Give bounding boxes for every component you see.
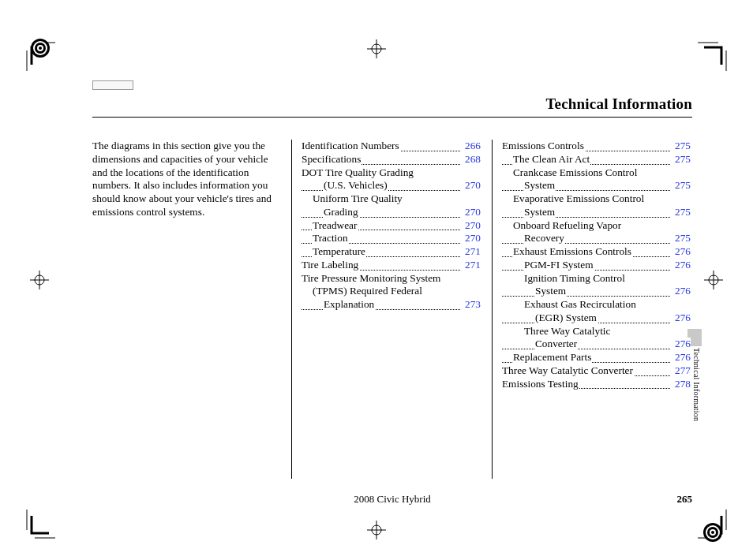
intro-text: The diagrams in this section give you th… (92, 140, 280, 479)
toc-entry: Identification Numbers266 (302, 140, 481, 153)
toc-entry-label: Tire Pressure Monitoring System (302, 272, 441, 284)
crop-mark-icon (21, 510, 55, 544)
toc-page-link[interactable]: 278 (673, 378, 691, 391)
toc-entry-label: Specifications (302, 153, 362, 165)
toc-entry: Tire Pressure Monitoring System (302, 272, 481, 286)
toc-page-link[interactable]: 273 (463, 298, 481, 312)
toc-page-link[interactable]: 271 (463, 245, 481, 259)
toc-entry: Replacement Parts276 (502, 351, 691, 364)
toc-entry: Temperature271 (302, 245, 481, 259)
toc-page-link[interactable]: 275 (673, 179, 691, 192)
toc-entry: Recovery275 (502, 232, 691, 245)
toc-entry: Crankcase Emissions Control (502, 166, 691, 180)
toc-entry-label: (TPMS) Required Federal (313, 285, 423, 297)
toc-entry: Exhaust Emissions Controls276 (502, 245, 691, 259)
toc-entry-label: Three Way Catalytic Converter (502, 364, 634, 376)
toc-entry-label: Crankcase Emissions Control (513, 166, 638, 178)
toc-entry: Emissions Controls275 (502, 140, 691, 153)
toc-entry: DOT Tire Quality Grading (302, 166, 481, 180)
toc-entry: Converter276 (502, 338, 691, 351)
toc-entry-label: System (524, 206, 556, 218)
toc-page-link[interactable]: 276 (673, 312, 691, 325)
toc-entry-label: Three Way Catalytic (524, 325, 611, 337)
toc-page-link[interactable]: 270 (463, 179, 481, 192)
toc-entry-label: System (535, 285, 567, 297)
toc-page-link[interactable]: 266 (463, 140, 481, 153)
toc-entry-label: Identification Numbers (302, 140, 400, 151)
toc-page-link[interactable]: 275 (673, 206, 691, 219)
toc-leader-dots (502, 349, 670, 349)
toc-entry: Tire Labeling271 (302, 259, 481, 272)
toc-entry: PGM-FI System276 (502, 259, 691, 272)
cross-mark-icon (367, 521, 386, 539)
toc-page-link[interactable]: 271 (463, 259, 481, 272)
toc-entry: Uniform Tire Quality (302, 192, 481, 206)
registration-mark-icon (701, 521, 725, 544)
toc-entry: Evaporative Emissions Control (502, 192, 691, 206)
toc-entry-label: Ignition Timing Control (524, 272, 626, 284)
toc-page-link[interactable]: 270 (463, 219, 481, 233)
toc-entry: Three Way Catalytic (502, 325, 691, 338)
toc-entry-label: (EGR) System (535, 312, 598, 323)
toc-entry-label: Onboard Refueling Vapor (513, 219, 622, 231)
toc-page-link[interactable]: 276 (673, 259, 691, 272)
toc-entry-label: Converter (535, 338, 578, 349)
toc-page-link[interactable]: 275 (673, 153, 691, 166)
toc-entry-label: Grading (324, 206, 359, 218)
cross-mark-icon (30, 271, 49, 289)
toc-entry-label: Replacement Parts (513, 351, 592, 363)
toc-entry-label: Evaporative Emissions Control (513, 192, 645, 204)
toc-entry: (TPMS) Required Federal (302, 285, 481, 298)
toc-entry: (EGR) System276 (502, 312, 691, 325)
toc-entry: System275 (502, 206, 691, 219)
toc-entry-label: Treadwear (313, 219, 358, 231)
toc-entry-label: Uniform Tire Quality (313, 192, 403, 204)
toc-entry: System276 (502, 285, 691, 298)
toc-entry-label: Exhaust Emissions Controls (513, 245, 632, 257)
toc-entry-label: (U.S. Vehicles) (324, 179, 388, 191)
toc-page-link[interactable]: 270 (463, 206, 481, 219)
toc-entry: Onboard Refueling Vapor (502, 219, 691, 233)
toc-entry: Ignition Timing Control (502, 272, 691, 286)
toc-entry-label: The Clean Air Act (513, 153, 590, 165)
side-tab-label: Technical Information (692, 348, 701, 450)
footer-center-text: 2008 Civic Hybrid (354, 493, 431, 506)
toc-entry-label: Tire Labeling (302, 259, 359, 271)
toc-page-link[interactable]: 276 (673, 285, 691, 298)
svg-point-9 (711, 531, 714, 534)
page-content: Technical Information The diagrams in th… (92, 83, 692, 509)
toc-page-link[interactable]: 275 (673, 140, 691, 153)
toc-page-link[interactable]: 270 (463, 232, 481, 245)
toc-entry: Three Way Catalytic Converter277 (502, 364, 691, 378)
registration-mark-icon (28, 36, 52, 60)
toc-page-link[interactable]: 275 (673, 232, 691, 245)
toc-entry-label: Exhaust Gas Recirculation (524, 298, 637, 310)
toc-entry: Traction270 (302, 232, 481, 245)
toc-leader-dots (502, 296, 670, 297)
svg-point-4 (39, 47, 42, 50)
toc-page-link[interactable]: 276 (673, 338, 691, 351)
header: Technical Information (92, 83, 692, 118)
footer-page-number: 265 (677, 493, 693, 506)
toc-entry: Emissions Testing278 (502, 378, 691, 391)
toc-entry: (U.S. Vehicles)270 (302, 179, 481, 192)
toc-entry-label: Explanation (324, 298, 375, 310)
toc-entry: Grading270 (302, 206, 481, 219)
toc-entry: System275 (502, 179, 691, 192)
toc-entry-label: Traction (313, 232, 349, 244)
toc-entry-label: Emissions Controls (502, 140, 585, 151)
toc-page-link[interactable]: 268 (463, 153, 481, 166)
toc-column-2: Emissions Controls275The Clean Air Act27… (492, 140, 691, 479)
toc-entry: Exhaust Gas Recirculation (502, 298, 691, 312)
toc-page-link[interactable]: 276 (673, 245, 691, 259)
toc-page-link[interactable]: 276 (673, 351, 691, 364)
toc-entry-label: Emissions Testing (502, 378, 579, 390)
toc-column-1: Identification Numbers266Specifications2… (291, 140, 481, 479)
toc-entry-label: System (524, 179, 556, 191)
header-placeholder-box (92, 80, 133, 90)
footer: 2008 Civic Hybrid 265 (92, 493, 692, 509)
body-columns: The diagrams in this section give you th… (92, 140, 692, 479)
toc-entry-label: DOT Tire Quality Grading (302, 166, 414, 178)
toc-page-link[interactable]: 277 (673, 364, 691, 378)
toc-entry-label: PGM-FI System (524, 259, 594, 271)
